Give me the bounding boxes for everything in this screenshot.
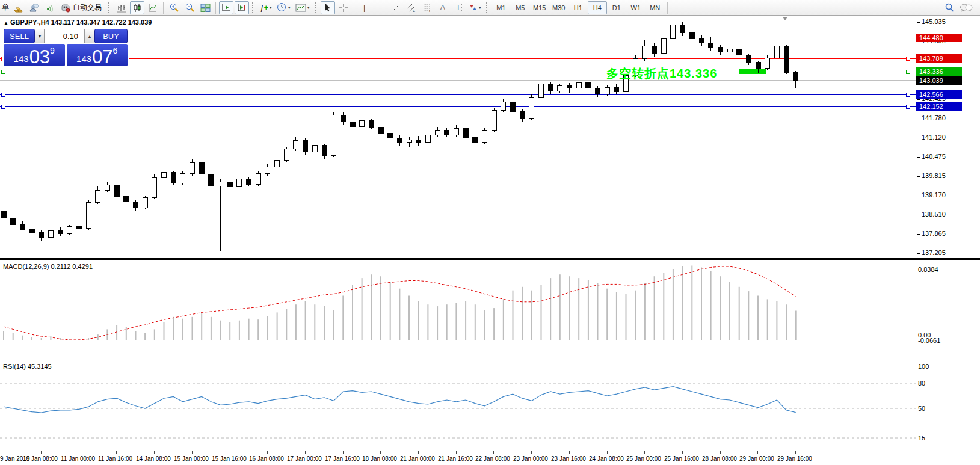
time-axis-label: 25 Jan 16:00 — [664, 455, 699, 462]
timeframe-button-MN[interactable]: MN — [646, 1, 665, 14]
timeframe-button-M15[interactable]: M15 — [530, 1, 549, 14]
macd-panel-separator[interactable] — [0, 258, 980, 260]
equidistant-channel-tool[interactable]: E — [404, 1, 419, 14]
text-label-tool[interactable]: T — [451, 1, 466, 14]
time-axis-tick — [644, 451, 645, 454]
trendline-tool[interactable] — [389, 1, 403, 14]
timeframe-button-M1[interactable]: M1 — [492, 1, 511, 14]
timeframe-button-W1[interactable]: W1 — [626, 1, 646, 14]
price-tick-label: 139.815 — [917, 172, 946, 179]
dropdown-arrow-icon[interactable]: ▾ — [307, 5, 310, 10]
profile-icon[interactable] — [27, 1, 42, 14]
tile-windows-icon[interactable] — [198, 1, 212, 14]
time-axis-tick — [380, 451, 381, 454]
lot-size-input[interactable] — [45, 29, 85, 43]
toolbar-grip[interactable] — [108, 2, 111, 13]
sell-button[interactable]: SELL — [4, 29, 35, 43]
vertical-line-tool[interactable]: | — [357, 1, 372, 14]
add-indicator-button[interactable]: ƒ+▾ — [258, 1, 274, 14]
chat-icon[interactable] — [958, 1, 975, 14]
time-axis-label: 21 Jan 00:00 — [400, 455, 435, 462]
collapse-arrow-icon[interactable]: ▲ — [4, 20, 8, 26]
time-axis-label: 29 Jan 16:00 — [777, 455, 812, 462]
dropdown-arrow-icon[interactable]: ▾ — [288, 5, 291, 10]
gold-icon[interactable] — [11, 1, 26, 14]
time-axis-tick — [343, 451, 344, 454]
dropdown-arrow-icon[interactable]: ▾ — [479, 5, 481, 10]
price-level-badge: 142.566 — [916, 90, 962, 99]
main-chart-canvas[interactable] — [0, 16, 916, 259]
zoom-out-icon[interactable] — [182, 1, 197, 14]
crosshair-tool-button[interactable] — [336, 1, 351, 14]
sell-price-pip: 9 — [50, 46, 55, 55]
timeframe-button-H4[interactable]: H4 — [588, 1, 607, 14]
pivot-annotation-text[interactable]: 多空转折点143.336 — [606, 66, 717, 82]
one-click-trading-panel: SELL ▼ ▲ BUY 143039 143076 — [2, 28, 129, 67]
time-axis-line — [0, 451, 980, 451]
fibonacci-tool[interactable]: F — [420, 1, 434, 14]
price-tick-label: 137.865 — [917, 230, 946, 237]
signal-icon[interactable] — [43, 1, 57, 14]
lot-decrease-button[interactable]: ▼ — [35, 29, 45, 43]
price-tick-label: 145.035 — [917, 18, 946, 25]
time-axis-tick — [607, 451, 608, 454]
line-chart-type-button[interactable] — [146, 1, 160, 14]
text-tool[interactable]: A — [436, 1, 450, 14]
buy-price-prefix: 143 — [76, 54, 91, 64]
template-icon — [295, 4, 306, 12]
chart-shift-marker[interactable] — [783, 17, 787, 20]
auto-scroll-icon[interactable] — [219, 1, 233, 14]
trading-platform-window: 单 自动交易 ƒ+▾ — [0, 0, 980, 465]
timeframe-button-M5[interactable]: M5 — [511, 1, 530, 14]
rsi-axis-label: 50 — [918, 405, 925, 412]
lot-increase-button[interactable]: ▲ — [85, 29, 94, 43]
time-axis-label: 14 Jan 08:00 — [136, 455, 171, 462]
buy-button[interactable]: BUY — [94, 29, 128, 43]
buy-price-big: 07 — [92, 48, 112, 66]
timeframe-button-M30[interactable]: M30 — [549, 1, 569, 14]
time-axis-label: 24 Jan 08:00 — [589, 455, 624, 462]
buy-price-display[interactable]: 143076 — [67, 44, 128, 66]
time-axis-tick — [305, 451, 306, 454]
toolbar-grip[interactable] — [486, 2, 489, 13]
time-axis-tick — [267, 451, 268, 454]
dropdown-arrow-icon[interactable]: ▾ — [270, 5, 272, 10]
toolbar-separator — [215, 2, 216, 14]
toolbar-grip[interactable] — [252, 2, 255, 13]
sell-price-display[interactable]: 143039 — [4, 44, 65, 66]
time-axis-tick — [116, 451, 117, 454]
search-icon[interactable] — [942, 1, 957, 14]
timeframe-button-D1[interactable]: D1 — [607, 1, 626, 14]
time-axis-tick — [493, 451, 494, 454]
auto-trading-label: 自动交易 — [71, 2, 103, 13]
macd-panel-canvas[interactable] — [0, 260, 916, 359]
price-level-badge: 143.039 — [916, 76, 962, 85]
rsi-panel-canvas[interactable] — [0, 361, 916, 451]
candlestick-chart-type-button[interactable] — [130, 1, 144, 14]
time-axis-label: 17 Jan 16:00 — [325, 455, 360, 462]
chart-shift-icon[interactable] — [235, 1, 249, 14]
zoom-in-icon[interactable] — [167, 1, 181, 14]
time-axis-label: 21 Jan 16:00 — [438, 455, 473, 462]
period-button[interactable]: ▾ — [275, 1, 292, 14]
time-axis-label: 23 Jan 00:00 — [513, 455, 548, 462]
horizontal-line-tool[interactable]: — — [373, 1, 387, 14]
cursor-tool-button[interactable] — [321, 1, 335, 14]
macd-indicator-label: MACD(12,26,9) 0.2112 0.4291 — [3, 263, 93, 270]
buy-price-pip: 6 — [113, 46, 118, 55]
rsi-panel-separator[interactable] — [0, 359, 980, 360]
price-tick-label: 139.170 — [917, 191, 946, 199]
template-button[interactable]: ▾ — [294, 1, 312, 14]
clock-icon — [277, 2, 287, 13]
rsi-axis-label: 15 — [918, 434, 925, 442]
timeframe-button-H1[interactable]: H1 — [569, 1, 588, 14]
new-order-button[interactable]: 单 — [0, 2, 11, 13]
time-axis-label: 16 Jan 08:00 — [249, 455, 284, 462]
svg-text:E: E — [413, 9, 415, 13]
auto-trading-button[interactable]: 自动交易 — [58, 1, 105, 14]
rsi-indicator-label: RSI(14) 45.3145 — [3, 363, 52, 370]
time-axis-tick — [79, 451, 79, 454]
arrows-tool[interactable]: ▾ — [467, 1, 483, 14]
bar-chart-type-button[interactable] — [114, 1, 129, 14]
toolbar-grip[interactable] — [315, 2, 318, 13]
